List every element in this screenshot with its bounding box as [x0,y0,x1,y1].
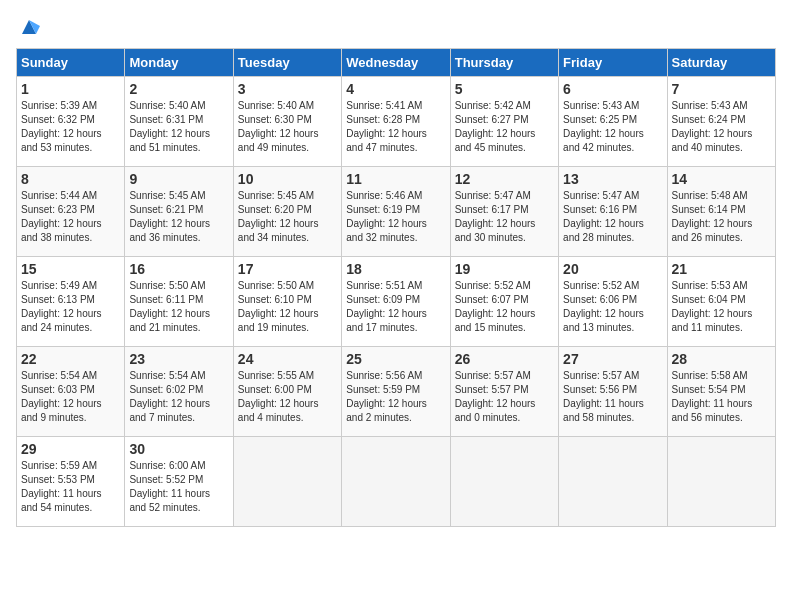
column-header-tuesday: Tuesday [233,49,341,77]
day-info: Sunrise: 5:58 AM Sunset: 5:54 PM Dayligh… [672,369,771,425]
calendar-day: 30Sunrise: 6:00 AM Sunset: 5:52 PM Dayli… [125,437,233,527]
calendar-day: 19Sunrise: 5:52 AM Sunset: 6:07 PM Dayli… [450,257,558,347]
day-number: 21 [672,261,771,277]
calendar-day: 14Sunrise: 5:48 AM Sunset: 6:14 PM Dayli… [667,167,775,257]
day-info: Sunrise: 5:45 AM Sunset: 6:21 PM Dayligh… [129,189,228,245]
day-number: 19 [455,261,554,277]
calendar-day: 2Sunrise: 5:40 AM Sunset: 6:31 PM Daylig… [125,77,233,167]
calendar-week-3: 15Sunrise: 5:49 AM Sunset: 6:13 PM Dayli… [17,257,776,347]
day-number: 15 [21,261,120,277]
calendar-header-row: SundayMondayTuesdayWednesdayThursdayFrid… [17,49,776,77]
day-number: 18 [346,261,445,277]
day-info: Sunrise: 5:48 AM Sunset: 6:14 PM Dayligh… [672,189,771,245]
calendar-day: 27Sunrise: 5:57 AM Sunset: 5:56 PM Dayli… [559,347,667,437]
day-info: Sunrise: 5:56 AM Sunset: 5:59 PM Dayligh… [346,369,445,425]
calendar-day [667,437,775,527]
day-info: Sunrise: 5:54 AM Sunset: 6:03 PM Dayligh… [21,369,120,425]
calendar-day: 11Sunrise: 5:46 AM Sunset: 6:19 PM Dayli… [342,167,450,257]
calendar-day: 3Sunrise: 5:40 AM Sunset: 6:30 PM Daylig… [233,77,341,167]
calendar-day: 12Sunrise: 5:47 AM Sunset: 6:17 PM Dayli… [450,167,558,257]
calendar-day: 21Sunrise: 5:53 AM Sunset: 6:04 PM Dayli… [667,257,775,347]
day-number: 26 [455,351,554,367]
day-info: Sunrise: 5:39 AM Sunset: 6:32 PM Dayligh… [21,99,120,155]
day-number: 12 [455,171,554,187]
day-number: 1 [21,81,120,97]
calendar-day: 1Sunrise: 5:39 AM Sunset: 6:32 PM Daylig… [17,77,125,167]
day-number: 22 [21,351,120,367]
calendar-day: 17Sunrise: 5:50 AM Sunset: 6:10 PM Dayli… [233,257,341,347]
day-number: 8 [21,171,120,187]
calendar-day: 9Sunrise: 5:45 AM Sunset: 6:21 PM Daylig… [125,167,233,257]
day-number: 28 [672,351,771,367]
day-info: Sunrise: 5:51 AM Sunset: 6:09 PM Dayligh… [346,279,445,335]
day-info: Sunrise: 5:54 AM Sunset: 6:02 PM Dayligh… [129,369,228,425]
day-number: 2 [129,81,228,97]
calendar-table: SundayMondayTuesdayWednesdayThursdayFrid… [16,48,776,527]
day-number: 25 [346,351,445,367]
day-info: Sunrise: 5:44 AM Sunset: 6:23 PM Dayligh… [21,189,120,245]
day-info: Sunrise: 5:50 AM Sunset: 6:10 PM Dayligh… [238,279,337,335]
page-header [16,16,776,38]
day-number: 14 [672,171,771,187]
calendar-day: 23Sunrise: 5:54 AM Sunset: 6:02 PM Dayli… [125,347,233,437]
day-number: 27 [563,351,662,367]
day-number: 30 [129,441,228,457]
day-number: 5 [455,81,554,97]
calendar-day [559,437,667,527]
column-header-friday: Friday [559,49,667,77]
day-info: Sunrise: 5:40 AM Sunset: 6:30 PM Dayligh… [238,99,337,155]
day-number: 29 [21,441,120,457]
day-number: 3 [238,81,337,97]
day-number: 10 [238,171,337,187]
calendar-day: 4Sunrise: 5:41 AM Sunset: 6:28 PM Daylig… [342,77,450,167]
calendar-day: 20Sunrise: 5:52 AM Sunset: 6:06 PM Dayli… [559,257,667,347]
day-number: 23 [129,351,228,367]
calendar-day: 8Sunrise: 5:44 AM Sunset: 6:23 PM Daylig… [17,167,125,257]
calendar-day: 15Sunrise: 5:49 AM Sunset: 6:13 PM Dayli… [17,257,125,347]
day-info: Sunrise: 5:46 AM Sunset: 6:19 PM Dayligh… [346,189,445,245]
day-number: 20 [563,261,662,277]
calendar-week-2: 8Sunrise: 5:44 AM Sunset: 6:23 PM Daylig… [17,167,776,257]
calendar-week-4: 22Sunrise: 5:54 AM Sunset: 6:03 PM Dayli… [17,347,776,437]
day-info: Sunrise: 5:40 AM Sunset: 6:31 PM Dayligh… [129,99,228,155]
day-info: Sunrise: 5:59 AM Sunset: 5:53 PM Dayligh… [21,459,120,515]
calendar-day: 18Sunrise: 5:51 AM Sunset: 6:09 PM Dayli… [342,257,450,347]
column-header-thursday: Thursday [450,49,558,77]
calendar-day: 25Sunrise: 5:56 AM Sunset: 5:59 PM Dayli… [342,347,450,437]
logo [16,16,40,38]
calendar-day: 26Sunrise: 5:57 AM Sunset: 5:57 PM Dayli… [450,347,558,437]
calendar-day [450,437,558,527]
logo-icon [18,16,40,38]
calendar-week-5: 29Sunrise: 5:59 AM Sunset: 5:53 PM Dayli… [17,437,776,527]
day-number: 13 [563,171,662,187]
calendar-day: 29Sunrise: 5:59 AM Sunset: 5:53 PM Dayli… [17,437,125,527]
calendar-day [342,437,450,527]
day-number: 24 [238,351,337,367]
calendar-day: 16Sunrise: 5:50 AM Sunset: 6:11 PM Dayli… [125,257,233,347]
calendar-day: 28Sunrise: 5:58 AM Sunset: 5:54 PM Dayli… [667,347,775,437]
column-header-sunday: Sunday [17,49,125,77]
day-info: Sunrise: 5:42 AM Sunset: 6:27 PM Dayligh… [455,99,554,155]
day-info: Sunrise: 5:47 AM Sunset: 6:16 PM Dayligh… [563,189,662,245]
day-info: Sunrise: 5:41 AM Sunset: 6:28 PM Dayligh… [346,99,445,155]
day-info: Sunrise: 5:57 AM Sunset: 5:56 PM Dayligh… [563,369,662,425]
day-number: 7 [672,81,771,97]
column-header-wednesday: Wednesday [342,49,450,77]
day-info: Sunrise: 5:52 AM Sunset: 6:07 PM Dayligh… [455,279,554,335]
day-number: 4 [346,81,445,97]
calendar-week-1: 1Sunrise: 5:39 AM Sunset: 6:32 PM Daylig… [17,77,776,167]
column-header-saturday: Saturday [667,49,775,77]
day-info: Sunrise: 5:43 AM Sunset: 6:25 PM Dayligh… [563,99,662,155]
day-info: Sunrise: 5:53 AM Sunset: 6:04 PM Dayligh… [672,279,771,335]
day-info: Sunrise: 5:55 AM Sunset: 6:00 PM Dayligh… [238,369,337,425]
calendar-day: 24Sunrise: 5:55 AM Sunset: 6:00 PM Dayli… [233,347,341,437]
calendar-day: 6Sunrise: 5:43 AM Sunset: 6:25 PM Daylig… [559,77,667,167]
day-number: 17 [238,261,337,277]
calendar-day: 10Sunrise: 5:45 AM Sunset: 6:20 PM Dayli… [233,167,341,257]
calendar-day: 5Sunrise: 5:42 AM Sunset: 6:27 PM Daylig… [450,77,558,167]
day-info: Sunrise: 5:57 AM Sunset: 5:57 PM Dayligh… [455,369,554,425]
calendar-day: 13Sunrise: 5:47 AM Sunset: 6:16 PM Dayli… [559,167,667,257]
day-info: Sunrise: 5:45 AM Sunset: 6:20 PM Dayligh… [238,189,337,245]
day-info: Sunrise: 5:47 AM Sunset: 6:17 PM Dayligh… [455,189,554,245]
day-info: Sunrise: 5:50 AM Sunset: 6:11 PM Dayligh… [129,279,228,335]
